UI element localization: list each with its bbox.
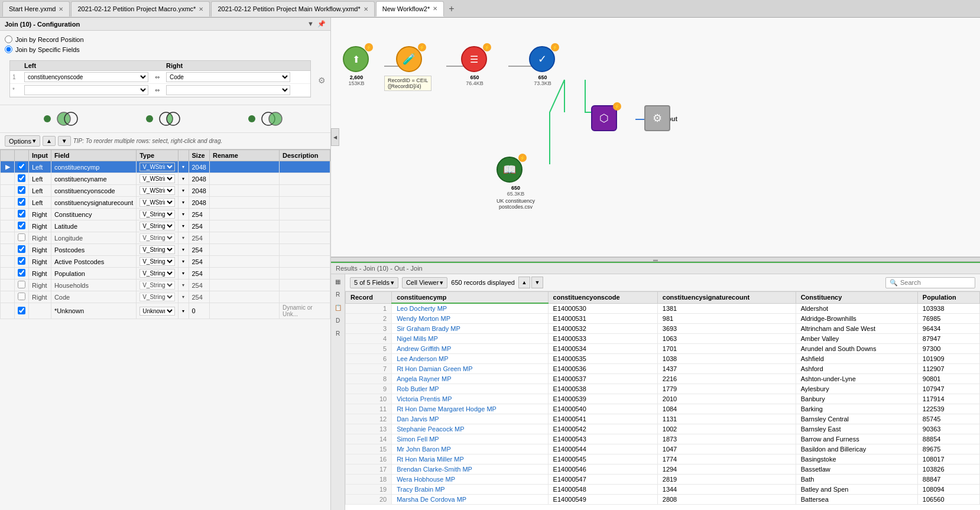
minimize-icon[interactable]: ▼ bbox=[307, 20, 314, 28]
field-checkbox[interactable] bbox=[18, 281, 25, 288]
table-row[interactable]: 18 Wera Hobhouse MP E14000547 2819 Bath … bbox=[346, 475, 980, 485]
field-table-row[interactable]: Right Households V_String ▾ 254 bbox=[1, 280, 330, 291]
field-type[interactable]: V_String bbox=[137, 291, 178, 303]
table-row[interactable]: 12 Dan Jarvis MP E14000541 1131 Barnsley… bbox=[346, 414, 980, 424]
table-row[interactable]: 4 Nigel Mills MP E14000533 1063 Amber Va… bbox=[346, 334, 980, 344]
row-checkbox-cell[interactable] bbox=[15, 256, 29, 268]
radio-specific-fields[interactable]: Join by Specific Fields bbox=[5, 46, 326, 53]
type-select[interactable]: V_String bbox=[139, 281, 174, 290]
fields-selector[interactable]: 5 of 5 Fields ▾ bbox=[350, 277, 398, 288]
rename-input[interactable] bbox=[213, 200, 276, 206]
field-table-row[interactable]: Left constituencyname V_WString ▾ 2048 bbox=[1, 173, 330, 185]
rename-input[interactable] bbox=[213, 271, 276, 277]
field-rename[interactable] bbox=[209, 256, 279, 268]
row-checkbox-cell[interactable] bbox=[15, 232, 29, 244]
tab-close-btn[interactable]: ✕ bbox=[433, 5, 437, 12]
type-arrow[interactable]: ▾ bbox=[178, 220, 189, 232]
node-output[interactable]: ⚙ bbox=[644, 105, 670, 131]
log-icon[interactable]: 📋 bbox=[333, 303, 343, 312]
node-formula[interactable]: 🧪 ⚡ 2,600 153KB RecordID = CEIL([RecordI… bbox=[396, 46, 423, 86]
type-arrow[interactable]: ▾ bbox=[178, 268, 189, 280]
tab-new-workflow[interactable]: New Workflow2* ✕ bbox=[376, 1, 444, 17]
field-type[interactable]: V_WString bbox=[137, 185, 178, 197]
field-checkbox[interactable] bbox=[18, 174, 25, 182]
rename-input[interactable] bbox=[213, 259, 276, 265]
col-constituency[interactable]: Constituency bbox=[796, 292, 917, 304]
col-sigcount[interactable]: constituencysignaturecount bbox=[657, 292, 796, 304]
field-type[interactable]: V_String bbox=[137, 209, 178, 220]
record-icon[interactable]: R bbox=[333, 329, 343, 338]
grid-view-icon[interactable]: ▦ bbox=[333, 277, 343, 286]
row-expand-arrow[interactable] bbox=[1, 256, 15, 268]
venn-inner-join[interactable] bbox=[146, 110, 185, 128]
field-type[interactable]: V_String bbox=[137, 220, 178, 232]
row-checkbox-cell[interactable] bbox=[15, 173, 29, 185]
rename-input[interactable] bbox=[213, 212, 276, 218]
table-row[interactable]: 3 Sir Graham Brady MP E14000532 3693 Alt… bbox=[346, 324, 980, 334]
row-expand-arrow[interactable] bbox=[1, 280, 15, 291]
type-select[interactable]: V_String bbox=[139, 257, 174, 266]
tab-macro[interactable]: 2021-02-12 Petition Project Macro.yxmc* … bbox=[71, 1, 210, 17]
type-arrow[interactable]: ▾ bbox=[178, 209, 189, 220]
node-join[interactable]: ✓ ⚡ 650 73.3KB bbox=[529, 46, 556, 86]
col-constituencymp[interactable]: constituencymp bbox=[392, 292, 548, 304]
venn-left-join[interactable] bbox=[44, 110, 83, 128]
field-type[interactable]: V_String bbox=[137, 244, 178, 256]
table-row[interactable]: 1 Leo Docherty MP E14000530 1381 Aldersh… bbox=[346, 303, 980, 314]
row-checkbox-cell[interactable] bbox=[15, 280, 29, 291]
table-row[interactable]: 16 Rt Hon Maria Miller MP E14000545 1774… bbox=[346, 454, 980, 464]
type-arrow[interactable]: ▾ bbox=[178, 161, 189, 173]
field-rename[interactable] bbox=[209, 209, 279, 220]
field-table-row[interactable]: *Unknown Unknown ▾ 0 Dynamic or Unk... bbox=[1, 303, 330, 319]
table-row[interactable]: 6 Lee Anderson MP E14000535 1038 Ashfiel… bbox=[346, 354, 980, 364]
field-rename[interactable] bbox=[209, 291, 279, 303]
type-select[interactable]: V_WString bbox=[139, 198, 174, 207]
rename-input[interactable] bbox=[213, 188, 276, 194]
type-select[interactable]: V_String bbox=[139, 222, 174, 230]
row-expand-arrow[interactable] bbox=[1, 220, 15, 232]
field-rename[interactable] bbox=[209, 185, 279, 197]
type-arrow[interactable]: ▾ bbox=[178, 173, 189, 185]
row-checkbox-cell[interactable] bbox=[15, 268, 29, 280]
data-table-container[interactable]: Record constituencymp constituencyonscod… bbox=[345, 291, 980, 510]
field-checkbox[interactable] bbox=[18, 257, 25, 265]
tab-close-btn[interactable]: ✕ bbox=[199, 6, 203, 12]
right-field-select-wild[interactable] bbox=[166, 85, 290, 95]
sort-desc-button[interactable]: ▼ bbox=[531, 277, 543, 288]
left-field-select-wild[interactable] bbox=[24, 85, 148, 95]
type-arrow[interactable]: ▾ bbox=[178, 197, 189, 209]
type-select[interactable]: Unknown bbox=[139, 307, 174, 316]
field-table-row[interactable]: Right Code V_String ▾ 254 bbox=[1, 291, 330, 303]
tab-close-btn[interactable]: ✕ bbox=[364, 6, 368, 12]
report-icon[interactable]: R bbox=[333, 290, 343, 299]
field-checkbox[interactable] bbox=[18, 233, 25, 241]
table-row[interactable]: 9 Rob Butler MP E14000538 1779 Aylesbury… bbox=[346, 384, 980, 394]
field-rename[interactable] bbox=[209, 232, 279, 244]
row-checkbox-cell[interactable] bbox=[15, 185, 29, 197]
table-row[interactable]: 5 Andrew Griffith MP E14000534 1701 Arun… bbox=[346, 344, 980, 354]
field-type[interactable]: Unknown bbox=[137, 303, 178, 319]
pin-icon[interactable]: 📌 bbox=[317, 20, 326, 28]
rename-input[interactable] bbox=[213, 247, 276, 254]
row-checkbox-cell[interactable] bbox=[15, 220, 29, 232]
workflow-canvas[interactable]: ◀ ⬆ ⚡ 2,6 bbox=[331, 18, 980, 257]
row-expand-arrow[interactable] bbox=[1, 209, 15, 220]
row-checkbox-cell[interactable] bbox=[15, 161, 29, 173]
field-table-row[interactable]: ▶ Left constituencymp V_WString ▾ 2048 bbox=[1, 161, 330, 173]
field-rename[interactable] bbox=[209, 173, 279, 185]
rename-input[interactable] bbox=[213, 235, 276, 242]
field-rename[interactable] bbox=[209, 197, 279, 209]
field-table-row[interactable]: Right Latitude V_String ▾ 254 bbox=[1, 220, 330, 232]
field-type[interactable]: V_WString bbox=[137, 197, 178, 209]
tab-close-btn[interactable]: ✕ bbox=[59, 6, 63, 12]
rename-input[interactable] bbox=[213, 164, 276, 171]
table-row[interactable]: 2 Wendy Morton MP E14000531 981 Aldridge… bbox=[346, 314, 980, 324]
table-row[interactable]: 7 Rt Hon Damian Green MP E14000536 1437 … bbox=[346, 364, 980, 374]
field-table-row[interactable]: Right Constituency V_String ▾ 254 bbox=[1, 209, 330, 220]
row-checkbox-cell[interactable] bbox=[15, 209, 29, 220]
table-row[interactable]: 15 Mr John Baron MP E14000544 1047 Basil… bbox=[346, 444, 980, 454]
type-select[interactable]: V_String bbox=[139, 269, 174, 278]
row-expand-arrow[interactable] bbox=[1, 185, 15, 197]
field-rename[interactable] bbox=[209, 161, 279, 173]
row-expand-arrow[interactable] bbox=[1, 291, 15, 303]
